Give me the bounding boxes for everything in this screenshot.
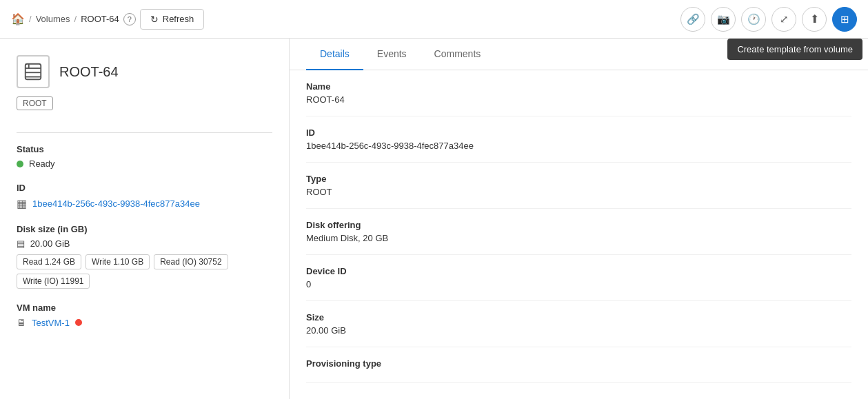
detail-key-provisioning-type: Provisioning type: [306, 358, 851, 369]
fullscreen-action-button[interactable]: ⤢: [771, 7, 796, 32]
refresh-button[interactable]: ↻ Refresh: [140, 9, 205, 30]
home-icon[interactable]: 🏠: [11, 12, 25, 25]
tab-comments[interactable]: Comments: [421, 39, 495, 70]
detail-disk-offering: Disk offering Medium Disk, 20 GB: [306, 209, 851, 255]
detail-size: Size 20.00 GiB: [306, 301, 851, 347]
id-value-link[interactable]: 1bee414b-256c-493c-9938-4fec877a34ee: [32, 198, 200, 209]
detail-id: ID 1bee414b-256c-493c-9938-4fec877a34ee: [306, 116, 851, 163]
upload-action-button[interactable]: ⬆: [802, 7, 827, 32]
vm-icon: 🖥: [17, 317, 26, 328]
id-row: ▦ 1bee414b-256c-493c-9938-4fec877a34ee: [17, 197, 272, 210]
detail-val-name: ROOT-64: [306, 94, 851, 105]
vm-name-link[interactable]: TestVM-1: [32, 318, 70, 328]
breadcrumb-sep-1: /: [29, 14, 32, 24]
vm-status-dot-red: [75, 319, 82, 326]
status-value: Ready: [29, 158, 55, 169]
camera-action-button[interactable]: 📷: [711, 7, 736, 32]
detail-key-disk-offering: Disk offering: [306, 220, 851, 230]
status-dot-green: [17, 161, 23, 167]
volume-title: ROOT-64: [59, 64, 119, 80]
tab-details[interactable]: Details: [306, 39, 363, 70]
disk-size-icon: ▤: [17, 238, 25, 249]
breadcrumb-sep-2: /: [74, 14, 77, 24]
disk-size-text: 20.00 GiB: [30, 238, 70, 249]
detail-device-id: Device ID 0: [306, 255, 851, 301]
template-action-button[interactable]: ⊞: [832, 7, 857, 32]
detail-val-type: ROOT: [306, 187, 851, 197]
left-panel: ROOT-64 ROOT Status Ready ID ▦ 1bee414b-…: [0, 39, 290, 399]
detail-type: Type ROOT: [306, 163, 851, 209]
history-action-button[interactable]: 🕐: [741, 7, 766, 32]
detail-val-disk-offering: Medium Disk, 20 GB: [306, 233, 851, 243]
detail-key-device-id: Device ID: [306, 266, 851, 276]
breadcrumb-volumes[interactable]: Volumes: [36, 14, 70, 24]
detail-provisioning-type: Provisioning type: [306, 347, 851, 383]
detail-key-size: Size: [306, 312, 851, 323]
vm-row: 🖥 TestVM-1: [17, 317, 272, 328]
disk-size-value: ▤ 20.00 GiB: [17, 238, 272, 249]
detail-val-size: 20.00 GiB: [306, 325, 851, 336]
help-icon[interactable]: ?: [123, 13, 136, 25]
vm-name-section: VM name 🖥 TestVM-1: [17, 303, 272, 328]
top-bar: 🏠 / Volumes / ROOT-64 ? ↻ Refresh 🔗 📷 🕐 …: [0, 0, 868, 39]
barcode-icon: ▦: [17, 197, 27, 210]
detail-key-id: ID: [306, 127, 851, 138]
divider-1: [17, 132, 272, 133]
status-row: Ready: [17, 158, 272, 169]
disk-badge-write-io: Write (IO) 11991: [17, 274, 90, 289]
main-layout: ROOT-64 ROOT Status Ready ID ▦ 1bee414b-…: [0, 39, 868, 399]
link-action-button[interactable]: 🔗: [680, 7, 705, 32]
details-content: Name ROOT-64 ID 1bee414b-256c-493c-9938-…: [290, 70, 868, 383]
disk-size-label: Disk size (in GB): [17, 224, 272, 234]
tab-events[interactable]: Events: [363, 39, 421, 70]
disk-badge-read-io: Read (IO) 30752: [154, 254, 228, 269]
disk-size-section: Disk size (in GB) ▤ 20.00 GiB Read 1.24 …: [17, 224, 272, 289]
disk-badge-write: Write 1.10 GB: [85, 254, 150, 269]
breadcrumb-current: ROOT-64: [81, 14, 119, 24]
vm-name-label: VM name: [17, 303, 272, 313]
detail-val-id: 1bee414b-256c-493c-9938-4fec877a34ee: [306, 141, 851, 151]
id-section: ID ▦ 1bee414b-256c-493c-9938-4fec877a34e…: [17, 183, 272, 210]
detail-key-name: Name: [306, 81, 851, 92]
status-section: Status Ready: [17, 144, 272, 169]
right-panel: Details Events Comments Name ROOT-64 ID …: [290, 39, 868, 399]
refresh-label: Refresh: [163, 14, 194, 24]
volume-header: ROOT-64: [17, 55, 272, 88]
tooltip: Create template from volume: [727, 39, 862, 60]
detail-val-device-id: 0: [306, 279, 851, 289]
detail-name: Name ROOT-64: [306, 70, 851, 116]
volume-icon: [17, 55, 50, 88]
top-right-actions: 🔗 📷 🕐 ⤢ ⬆ ⊞: [680, 7, 857, 32]
id-label: ID: [17, 183, 272, 193]
root-badge: ROOT: [17, 96, 53, 110]
detail-key-type: Type: [306, 174, 851, 184]
refresh-icon: ↻: [150, 14, 159, 25]
disk-badge-read: Read 1.24 GB: [17, 254, 81, 269]
disk-badges: Read 1.24 GB Write 1.10 GB Read (IO) 307…: [17, 254, 272, 289]
status-label: Status: [17, 144, 272, 154]
breadcrumb: 🏠 / Volumes / ROOT-64 ? ↻ Refresh: [11, 9, 204, 30]
